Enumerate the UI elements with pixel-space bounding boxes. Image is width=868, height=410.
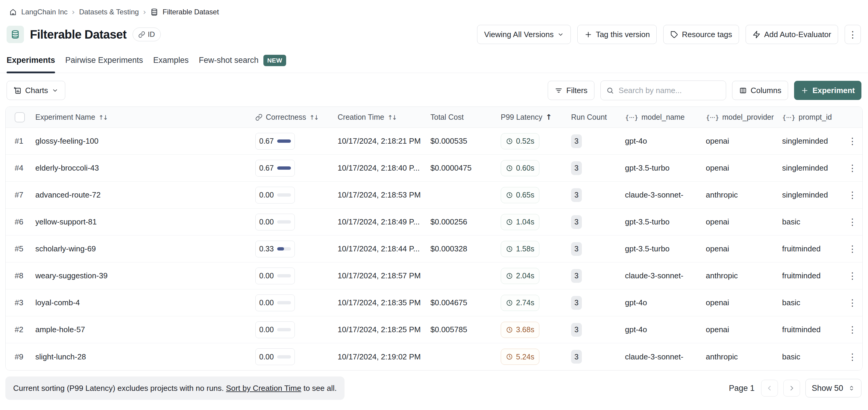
table-row[interactable]: #4 elderly-broccoli-43 0.67 10/17/2024, … (6, 155, 862, 182)
experiments-table: Experiment Name Correctness Creation Tim… (5, 106, 863, 371)
page-label: Page 1 (729, 384, 754, 393)
correctness-cell: 0.67 (255, 133, 295, 150)
correctness-value: 0.00 (259, 298, 274, 307)
model-name: gpt-3.5-turbo (625, 244, 670, 253)
clock-icon (506, 218, 513, 226)
experiment-name[interactable]: weary-suggestion-39 (35, 271, 107, 280)
model-provider: openai (706, 298, 729, 307)
breadcrumb-org[interactable]: LangChain Inc (21, 8, 68, 16)
table-body: #1 glossy-feeling-100 0.67 10/17/2024, 2… (6, 128, 862, 370)
table-row[interactable]: #2 ample-hole-57 0.00 10/17/2024, 2:18:2… (6, 316, 862, 343)
tab-few-shot-search[interactable]: Few-shot search NEW (199, 48, 286, 73)
row-menu-button[interactable] (845, 352, 860, 362)
table-row[interactable]: #1 glossy-feeling-100 0.67 10/17/2024, 2… (6, 128, 862, 155)
correctness-bar-fill (277, 247, 284, 251)
correctness-value: 0.00 (259, 191, 274, 199)
row-menu-button[interactable] (845, 244, 860, 254)
charts-button[interactable]: Charts (7, 81, 65, 100)
prompt-id: fruitminded (782, 271, 821, 280)
prompt-id: fruitminded (782, 244, 821, 253)
model-provider: openai (706, 244, 729, 253)
table-row[interactable]: #7 advanced-route-72 0.00 10/17/2024, 2:… (6, 182, 862, 209)
row-menu-button[interactable] (845, 297, 860, 308)
creation-time: 10/17/2024, 2:18:53 PM (338, 190, 421, 200)
latency-value: 0.52s (516, 137, 534, 146)
table-row[interactable]: #5 scholarly-wing-69 0.33 10/17/2024, 2:… (6, 235, 862, 262)
column-experiment-name[interactable]: Experiment Name (34, 113, 254, 122)
breadcrumb-section[interactable]: Datasets & Testing (79, 8, 139, 16)
experiment-name[interactable]: loyal-comb-4 (35, 298, 80, 307)
row-menu-button[interactable] (845, 136, 860, 146)
column-model-name[interactable]: model_name (624, 113, 705, 122)
column-model-provider[interactable]: model_provider (705, 113, 781, 122)
column-p99-latency[interactable]: P99 Latency (500, 113, 570, 122)
columns-icon (739, 87, 747, 95)
creation-time: 10/17/2024, 2:18:40 P... (338, 163, 420, 173)
resource-tags-button[interactable]: Resource tags (663, 25, 739, 44)
experiment-name[interactable]: yellow-support-81 (35, 217, 97, 226)
experiment-name[interactable]: ample-hole-57 (35, 325, 85, 334)
row-menu-button[interactable] (845, 217, 860, 227)
tab-experiments[interactable]: Experiments (7, 48, 55, 73)
tab-examples[interactable]: Examples (153, 48, 189, 73)
correctness-bar (277, 139, 291, 143)
select-all-checkbox[interactable] (15, 112, 25, 122)
creation-time: 10/17/2024, 2:18:21 PM (338, 136, 421, 146)
search-icon (606, 87, 614, 95)
home-icon[interactable] (9, 8, 17, 16)
correctness-cell: 0.00 (255, 348, 295, 365)
row-rank: #2 (15, 325, 23, 334)
column-prompt-id[interactable]: prompt_id (781, 113, 844, 122)
table-row[interactable]: #3 loyal-comb-4 0.00 10/17/2024, 2:18:35… (6, 289, 862, 316)
sorting-note-text: Current sorting (P99 Latency) excludes p… (13, 384, 226, 392)
previous-page-button[interactable] (761, 380, 778, 397)
experiment-name[interactable]: slight-lunch-28 (35, 352, 86, 361)
table-row[interactable]: #8 weary-suggestion-39 0.00 10/17/2024, … (6, 262, 862, 289)
add-auto-evaluator-button[interactable]: Add Auto-Evaluator (746, 25, 838, 44)
column-total-cost[interactable]: Total Cost (429, 113, 500, 122)
column-creation-time[interactable]: Creation Time (336, 113, 429, 122)
experiment-name[interactable]: advanced-route-72 (35, 190, 100, 200)
zap-icon (752, 31, 761, 39)
creation-time: 10/17/2024, 2:19:02 PM (338, 352, 421, 361)
creation-time: 10/17/2024, 2:18:25 PM (338, 325, 421, 334)
more-actions-button[interactable] (845, 25, 861, 44)
table-row[interactable]: #9 slight-lunch-28 0.00 10/17/2024, 2:19… (6, 343, 862, 370)
table-row[interactable]: #6 yellow-support-81 0.00 10/17/2024, 2:… (6, 209, 862, 235)
row-menu-button[interactable] (845, 324, 860, 335)
tab-pairwise-experiments[interactable]: Pairwise Experiments (65, 48, 143, 73)
experiment-name[interactable]: elderly-broccoli-43 (35, 163, 99, 173)
model-provider: anthropic (706, 190, 738, 200)
search-input[interactable] (618, 86, 720, 95)
page-size-select[interactable]: Show 50 (805, 379, 861, 398)
id-pill-label: ID (148, 30, 155, 39)
run-count-badge: 3 (571, 296, 582, 310)
correctness-cell: 0.00 (255, 321, 295, 338)
experiment-name[interactable]: glossy-feeling-100 (35, 136, 98, 146)
column-run-count[interactable]: Run Count (570, 113, 624, 122)
row-menu-button[interactable] (845, 190, 860, 200)
experiment-name[interactable]: scholarly-wing-69 (35, 244, 96, 253)
row-rank: #6 (15, 217, 23, 226)
tag-version-button[interactable]: Tag this version (577, 25, 657, 44)
copy-id-button[interactable]: ID (133, 28, 161, 41)
clock-icon (506, 353, 513, 360)
sort-by-creation-time-link[interactable]: Sort by Creation Time (226, 384, 301, 392)
viewing-versions-button[interactable]: Viewing All Versions (477, 25, 570, 44)
new-experiment-button[interactable]: Experiment (794, 81, 861, 100)
next-page-button[interactable] (783, 380, 800, 397)
row-menu-button[interactable] (845, 163, 860, 173)
column-correctness[interactable]: Correctness (254, 113, 336, 122)
sorting-note-suffix: to see all. (301, 384, 337, 392)
run-count-badge: 3 (571, 350, 582, 364)
row-menu-button[interactable] (845, 271, 860, 281)
column-label: P99 Latency (501, 113, 542, 122)
model-provider: anthropic (706, 271, 738, 280)
filters-button[interactable]: Filters (548, 81, 594, 100)
model-provider: openai (706, 217, 729, 226)
columns-button[interactable]: Columns (732, 81, 788, 100)
latency-value: 1.04s (516, 218, 534, 226)
correctness-cell: 0.00 (255, 214, 295, 230)
latency-badge: 5.24s (501, 349, 539, 365)
row-rank: #7 (15, 190, 23, 200)
